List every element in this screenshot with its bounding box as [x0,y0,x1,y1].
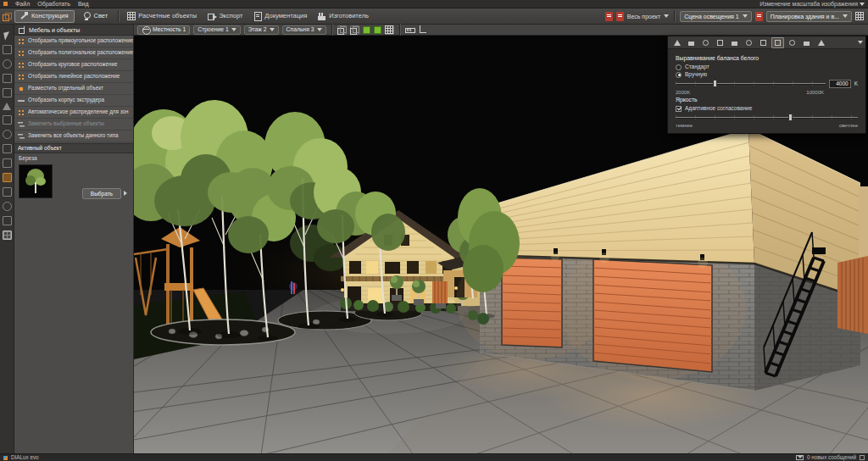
radio-manual[interactable] [676,72,682,78]
strip-icon[interactable] [3,130,12,139]
strip-icon[interactable] [3,216,12,225]
tool-rectangular-arrangement[interactable]: Отобразить прямоугольное расположение [14,36,133,47]
menu-file[interactable]: Файл [15,1,30,7]
button-export[interactable]: Экспорт [203,10,247,23]
tab-light[interactable]: Свет [77,10,114,23]
room-select[interactable]: Спальня 3 [282,25,326,35]
tool-extruder-body[interactable]: Отобразить корпус экструдера [14,95,133,107]
scene-icon[interactable] [755,12,763,21]
site-button[interactable]: Местность 1 [137,25,190,35]
adaptive-label: Адаптивное согласование [685,106,752,112]
view-cube-button[interactable] [350,25,359,35]
panel-tab[interactable] [815,37,827,48]
visibility-toggle-green[interactable] [374,26,381,34]
panel-tab[interactable] [714,37,726,48]
brightness-slider[interactable] [676,114,858,121]
cube-icon [350,25,359,35]
panel-tab[interactable] [685,37,698,48]
tab-construction[interactable]: Конструкция [14,10,75,23]
panel-tab[interactable] [757,37,770,48]
building-select[interactable]: Строение 1 [193,25,240,35]
strip-icon[interactable] [3,202,12,211]
angle-measure-icon[interactable] [418,25,426,34]
project-icon[interactable] [3,12,12,21]
panel-tab[interactable] [670,37,683,48]
panel-tab[interactable] [786,37,798,48]
strip-icon[interactable] [3,45,12,54]
button-documentation[interactable]: Документация [249,10,311,23]
visibility-toggle-green[interactable] [363,26,370,34]
strip-icon[interactable] [3,187,12,197]
scale-max-label: 10000K [806,90,824,95]
menu-view[interactable]: Вид [78,1,89,7]
strip-icon[interactable] [3,59,12,69]
properties-body: Выравнивание баланса белого Стандарт Вру… [668,49,865,128]
object-thumbnail[interactable] [19,164,53,198]
toolbar-separator [331,24,332,36]
light-scene-select[interactable]: Сцена освещения 1 [680,11,752,22]
building-value: Строение 1 [198,27,228,33]
select-object-button[interactable]: Выбрать [82,188,121,199]
strip-icon[interactable] [3,74,12,83]
globe-icon [142,25,150,34]
chevron-right-icon [124,191,127,196]
kelvin-unit-label: K [854,81,858,87]
panel-tab[interactable] [743,37,755,48]
item-label: Отобразить полигональное расположение [28,50,133,55]
room-value: Спальня 3 [287,27,314,33]
strip-icon[interactable] [3,103,11,110]
view-cube-button[interactable] [337,25,347,35]
active-object-block: Береза Выбрать [14,153,133,202]
strip-icon[interactable] [3,144,12,153]
tool-circular-arrangement[interactable]: Отобразить круговое расположение [14,59,133,71]
app-logo-icon [3,2,8,6]
slider-handle[interactable] [788,114,793,121]
panel-tab[interactable] [728,37,741,48]
brightness-slider-row [676,114,858,121]
zoom-mode-label: Изменение масштаба изображения [760,1,858,7]
radio-standard-row[interactable]: Стандарт [676,64,858,70]
white-balance-slider-row: K [676,80,858,88]
report-icon[interactable] [605,12,613,21]
tool-linear-arrangement[interactable]: Отобразить линейное расположение [14,71,133,83]
report-icon[interactable] [616,12,624,21]
item-icon [18,38,25,45]
panel-tab-image-settings[interactable] [771,37,784,48]
item-label: Разместить отдельный объект [28,86,103,91]
grid-toggle-icon[interactable] [860,455,865,460]
messages-indicator[interactable]: 0 новых сообщений [796,455,865,460]
whole-project-label[interactable]: Весь проект [627,14,660,19]
adaptive-checkbox-row[interactable]: Адаптивное согласование [676,106,858,112]
tool-polygonal-arrangement[interactable]: Отобразить полигональное расположение [14,47,133,59]
floor-select[interactable]: Этаж 2 [244,25,279,35]
panel-tab[interactable] [699,37,712,48]
view-mode-select[interactable]: Планировка здания и в... [766,11,852,22]
measure-icon[interactable] [405,25,415,34]
layout-icon[interactable] [855,12,864,20]
app-name: DIALux evo [11,455,39,460]
radio-standard[interactable] [676,64,682,70]
zoom-mode-indicator[interactable]: Изменение масштаба изображения [760,1,865,7]
slider-handle[interactable] [713,80,717,87]
strip-icon-active-tool[interactable] [3,173,12,182]
panel-tab[interactable] [800,37,813,48]
tool-replace-all-of-type[interactable]: Заменить все объекты данного типа [14,131,133,142]
white-balance-value-input[interactable] [829,80,851,88]
item-icon [18,133,25,140]
strip-icon[interactable] [3,115,12,125]
layers-button[interactable] [385,25,394,35]
chevron-down-icon[interactable] [664,14,669,18]
chevron-down-icon[interactable] [858,41,863,44]
tool-auto-distribution[interactable]: Автоматическое распределение для зон [14,107,133,119]
strip-icon[interactable] [3,88,12,97]
menu-edit[interactable]: Обработать [37,1,70,7]
strip-icon[interactable] [3,158,12,168]
radio-manual-row[interactable]: Вручную [676,72,858,78]
button-calc-objects[interactable]: Расчетные объекты [123,10,201,23]
strip-icon-grid[interactable] [3,230,12,240]
strip-icon-cursor[interactable] [3,31,11,40]
white-balance-slider[interactable] [676,80,826,87]
button-manufacturer[interactable]: Изготовитель [314,10,373,23]
adaptive-checkbox[interactable] [676,106,682,112]
tool-place-single-object[interactable]: Разместить отдельный объект [14,83,133,95]
